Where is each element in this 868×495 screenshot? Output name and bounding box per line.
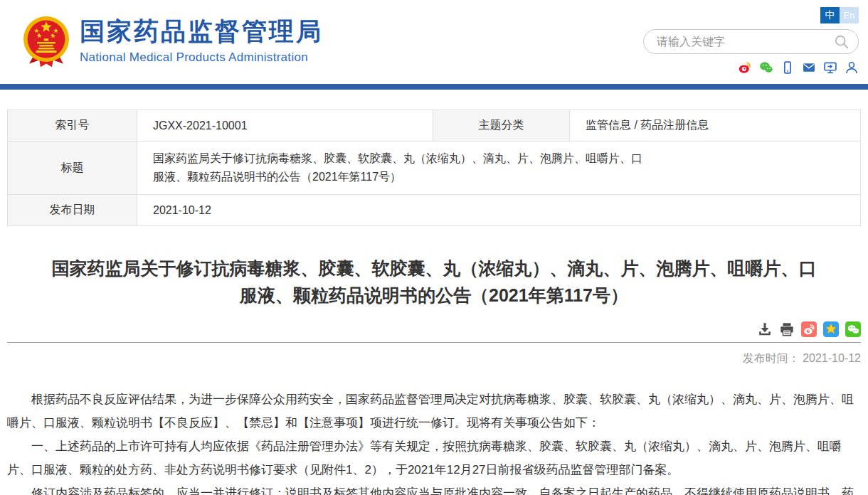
article-paragraph: 一、上述药品的上市许可持有人均应依据《药品注册管理办法》等有关规定，按照抗病毒糖… xyxy=(7,435,861,481)
share-wechat-icon[interactable] xyxy=(845,321,861,337)
header-divider-bar xyxy=(0,84,868,90)
main-content: 索引号 JGXX-2021-10001 主题分类 监管信息 / 药品注册信息 标… xyxy=(7,110,861,495)
toolbar-divider xyxy=(7,342,861,343)
site-header: 国家药品监督管理局 National Medical Products Admi… xyxy=(0,0,868,84)
search-icon[interactable] xyxy=(834,34,850,50)
search-input[interactable] xyxy=(657,36,834,48)
share-weibo-icon[interactable] xyxy=(801,321,817,337)
page-title: 国家药监局关于修订抗病毒糖浆、胶囊、软胶囊、丸（浓缩丸）、滴丸、片、泡腾片、咀嚼… xyxy=(50,255,818,309)
search-box xyxy=(643,29,859,54)
national-emblem-logo xyxy=(18,11,75,73)
article-toolbar xyxy=(7,321,861,342)
page: 国家药品监督管理局 National Medical Products Admi… xyxy=(0,0,868,495)
article-body: 根据药品不良反应评估结果，为进一步保障公众用药安全，国家药品监督管理局决定对抗病… xyxy=(7,388,861,495)
date-value-cell: 2021-10-12 xyxy=(137,195,861,226)
lang-zh-button[interactable]: 中 xyxy=(820,7,840,23)
share-qzone-icon[interactable] xyxy=(823,321,839,337)
language-toggle: 中 En xyxy=(820,7,859,23)
table-row: 标题 国家药监局关于修订抗病毒糖浆、胶囊、软胶囊、丸（浓缩丸）、滴丸、片、泡腾片… xyxy=(8,142,861,195)
title-label-cell: 标题 xyxy=(8,142,137,195)
weibo-icon[interactable] xyxy=(738,60,752,75)
index-value-cell: JGXX-2021-10001 xyxy=(137,110,433,142)
monitor-icon[interactable] xyxy=(823,60,837,75)
article-paragraph: 修订内容涉及药品标签的，应当一并进行修订；说明书及标签其他内容应当与原批准内容一… xyxy=(7,481,861,495)
category-value-cell: 监管信息 / 药品注册信息 xyxy=(570,110,861,142)
print-icon[interactable] xyxy=(779,321,795,337)
brand-block: 国家药品监督管理局 National Medical Products Admi… xyxy=(80,17,323,65)
mail-icon[interactable] xyxy=(802,60,816,75)
document-meta-table: 索引号 JGXX-2021-10001 主题分类 监管信息 / 药品注册信息 标… xyxy=(7,110,861,226)
date-label-cell: 发布日期 xyxy=(8,195,137,226)
table-row: 索引号 JGXX-2021-10001 主题分类 监管信息 / 药品注册信息 xyxy=(8,110,861,142)
user-icon[interactable] xyxy=(845,60,859,75)
publish-time: 发布时间： 2021-10-12 xyxy=(7,351,861,366)
site-subtitle: National Medical Products Administration xyxy=(80,50,323,65)
table-row: 发布日期 2021-10-12 xyxy=(8,195,861,226)
lang-en-button[interactable]: En xyxy=(840,7,859,23)
wechat-icon[interactable] xyxy=(759,60,773,75)
index-label-cell: 索引号 xyxy=(8,110,137,142)
title-value-cell: 国家药监局关于修订抗病毒糖浆、胶囊、软胶囊、丸（浓缩丸）、滴丸、片、泡腾片、咀嚼… xyxy=(137,142,861,195)
download-icon[interactable] xyxy=(757,321,773,337)
category-label-cell: 主题分类 xyxy=(433,110,570,142)
site-title: 国家药品监督管理局 xyxy=(80,17,323,46)
publish-time-value: 2021-10-12 xyxy=(803,352,861,364)
social-links xyxy=(738,60,859,75)
article-paragraph: 根据药品不良反应评估结果，为进一步保障公众用药安全，国家药品监督管理局决定对抗病… xyxy=(7,388,861,435)
publish-time-label: 发布时间： xyxy=(743,352,800,364)
mobile-icon[interactable] xyxy=(780,60,795,75)
title-value-text: 国家药监局关于修订抗病毒糖浆、胶囊、软胶囊、丸（浓缩丸）、滴丸、片、泡腾片、咀嚼… xyxy=(153,149,644,186)
